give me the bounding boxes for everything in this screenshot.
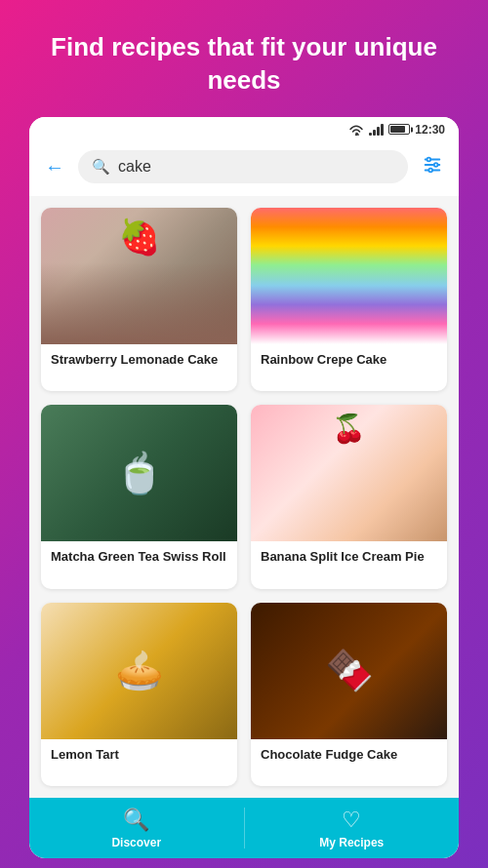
recipe-card-6[interactable]: Chocolate Fudge Cake (251, 603, 447, 786)
search-bar-row: ← 🔍 cake (29, 142, 459, 196)
svg-point-5 (434, 163, 438, 167)
recipe-image-6 (251, 603, 447, 739)
recipe-card-2[interactable]: Rainbow Crepe Cake (251, 208, 447, 391)
recipe-label-2: Rainbow Crepe Cake (251, 344, 447, 378)
svg-point-6 (428, 168, 432, 172)
recipe-label-6: Chocolate Fudge Cake (251, 739, 447, 773)
recipe-label-3: Matcha Green Tea Swiss Roll (41, 541, 237, 575)
my-recipes-label: My Recipes (319, 836, 384, 849)
signal-icon (369, 124, 384, 136)
svg-point-4 (427, 157, 431, 161)
recipe-label-5: Lemon Tart (41, 739, 237, 773)
battery-icon (388, 124, 410, 135)
recipe-card-4[interactable]: Banana Split Ice Cream Pie (251, 405, 447, 588)
search-icon: 🔍 (92, 158, 110, 176)
wifi-icon (348, 124, 364, 136)
header-text: Find recipes that fit your unique needs (0, 0, 488, 117)
recipe-image-5 (41, 603, 237, 739)
filter-button[interactable] (418, 150, 447, 184)
nav-my-recipes[interactable]: ♡ My Recipes (245, 798, 460, 858)
search-box[interactable]: 🔍 cake (78, 150, 408, 183)
phone-card: 12:30 ← 🔍 cake Strawberry Lemonade Cake (29, 117, 459, 858)
recipe-card-1[interactable]: Strawberry Lemonade Cake (41, 208, 237, 391)
recipe-image-3 (41, 405, 237, 541)
back-button[interactable]: ← (41, 152, 68, 182)
recipes-grid: Strawberry Lemonade Cake Rainbow Crepe C… (29, 196, 459, 798)
search-query: cake (118, 158, 151, 176)
recipe-card-5[interactable]: Lemon Tart (41, 603, 237, 786)
recipe-label-1: Strawberry Lemonade Cake (41, 344, 237, 378)
recipe-card-3[interactable]: Matcha Green Tea Swiss Roll (41, 405, 237, 588)
bottom-nav: 🔍 Discover ♡ My Recipes (29, 798, 459, 858)
heart-icon: ♡ (342, 808, 361, 833)
discover-icon: 🔍 (123, 808, 149, 833)
recipe-image-2 (251, 208, 447, 344)
status-bar: 12:30 (29, 117, 459, 142)
recipe-image-1 (41, 208, 237, 344)
recipe-image-4 (251, 405, 447, 541)
discover-label: Discover (111, 836, 161, 849)
nav-discover[interactable]: 🔍 Discover (29, 798, 244, 858)
status-icons: 12:30 (348, 123, 445, 137)
recipe-label-4: Banana Split Ice Cream Pie (251, 541, 447, 575)
time-display: 12:30 (415, 123, 445, 137)
